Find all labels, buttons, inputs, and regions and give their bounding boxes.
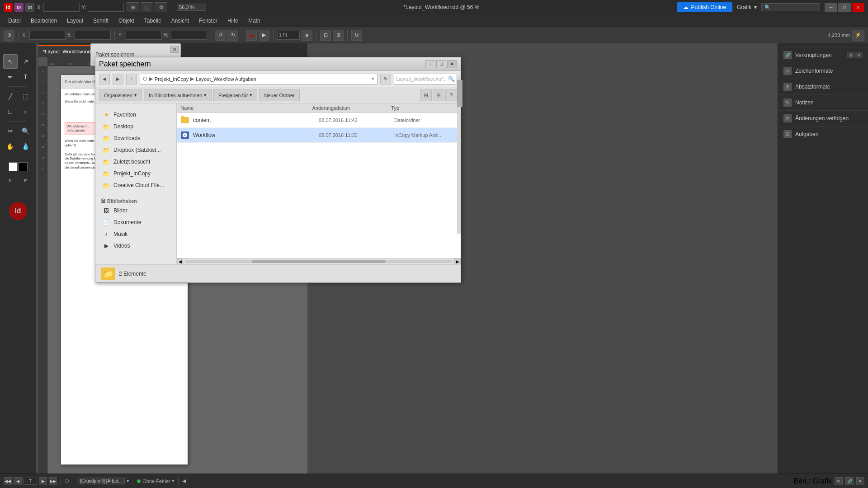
y-toolbar-input[interactable] xyxy=(126,31,162,40)
arrow-btn[interactable]: ▶ xyxy=(259,30,269,41)
hscroll-left-btn[interactable]: ◀ xyxy=(177,258,183,265)
stroke-input[interactable] xyxy=(277,31,300,40)
page-indicator-btn[interactable]: ⬡ xyxy=(65,478,69,484)
fx-btn[interactable]: fx xyxy=(351,30,362,41)
coord-btn[interactable]: ⚡ xyxy=(852,30,864,41)
prev-page-btn[interactable]: ◀ xyxy=(14,477,22,485)
profile-chevron[interactable]: ▾ xyxy=(127,478,129,484)
panel-aufgaben[interactable]: ☑ Aufgaben xyxy=(778,127,868,142)
x-toolbar-input[interactable] xyxy=(29,31,66,40)
redo-btn[interactable]: ↻ xyxy=(227,30,238,41)
arrange-view-btn[interactable]: ⧉ xyxy=(155,2,167,12)
panel-zeichenformate[interactable]: A Zeichenformate xyxy=(778,63,868,79)
file-dialog-minimize-btn[interactable]: ─ xyxy=(425,60,435,68)
menu-objekt[interactable]: Objekt xyxy=(114,16,139,26)
file-dialog-close-btn[interactable]: ✕ xyxy=(447,60,457,68)
status-refresh-btn[interactable]: ↻ xyxy=(835,477,843,485)
addr-up-btn[interactable]: ↑ xyxy=(126,74,137,84)
menu-schrift[interactable]: Schrift xyxy=(89,16,113,26)
fit-btn[interactable]: ⊡ xyxy=(320,30,331,41)
file-hscrollbar[interactable]: ◀ ▶ xyxy=(177,258,461,264)
organize-btn[interactable]: Organisieren ▾ xyxy=(99,89,142,101)
pen-tool[interactable]: ✒ xyxy=(3,70,18,84)
menu-hilfe[interactable]: Hilfe xyxy=(223,16,243,26)
bridge-icon[interactable]: Br xyxy=(14,3,24,12)
color-btn[interactable]: ▬ xyxy=(246,30,257,41)
sidebar-item-recent[interactable]: 📁 Zuletzt besucht xyxy=(95,156,176,168)
search-input[interactable] xyxy=(761,3,820,11)
addr-back-btn[interactable]: ◀ xyxy=(99,74,110,84)
addr-dropdown[interactable]: ▾ xyxy=(372,76,374,82)
direct-select-tool[interactable]: ↗ xyxy=(19,54,33,69)
sidebar-item-musik[interactable]: ♪ Musik xyxy=(95,228,176,240)
sidebar-item-creative-cloud[interactable]: 📁 Creative Cloud File... xyxy=(95,179,176,191)
sidebar-item-projekt[interactable]: 📁 Projekt_InCopy xyxy=(95,168,176,179)
x-input[interactable] xyxy=(43,3,80,12)
stock-icon[interactable]: St xyxy=(25,3,34,12)
flow-btn[interactable]: ◀ xyxy=(182,478,186,484)
sidebar-item-bilder[interactable]: 🖼 Bilder xyxy=(95,205,176,216)
panel-verknuepfungen[interactable]: 🔗 Verknüpfungen ⊕ ✕ xyxy=(778,47,868,63)
y-input[interactable] xyxy=(88,3,124,12)
undo-btn[interactable]: ↺ xyxy=(215,30,226,41)
hscroll-right-btn[interactable]: ▶ xyxy=(454,258,461,265)
menu-math[interactable]: Math xyxy=(244,16,265,26)
maximize-button[interactable]: □ xyxy=(838,3,851,12)
sidebar-item-videos[interactable]: ▶ Videos xyxy=(95,240,176,252)
select-tool[interactable]: ↖ xyxy=(3,54,18,69)
link-icon-1[interactable]: ⊕ xyxy=(847,52,854,58)
menu-ansicht[interactable]: Ansicht xyxy=(167,16,193,26)
menu-fenster[interactable]: Fenster xyxy=(194,16,222,26)
details-view-btn[interactable]: ⊞ xyxy=(433,89,444,101)
crop-btn[interactable]: ⊞ xyxy=(333,30,344,41)
link-icon-2[interactable]: ✕ xyxy=(855,52,863,58)
next-page-btn[interactable]: ▶ xyxy=(39,477,47,485)
preview-mode-btn[interactable]: P xyxy=(19,173,33,188)
addr-forward-btn[interactable]: ▶ xyxy=(113,74,123,84)
bg-dialog-close-btn[interactable]: ✕ xyxy=(170,46,179,53)
normal-mode-btn[interactable]: N xyxy=(3,173,18,188)
menu-layout[interactable]: Layout xyxy=(62,16,88,26)
address-path[interactable]: ⬡ ▶ Projekt_InCopy ▶ Layout_Workflow Auf… xyxy=(140,74,377,84)
sidebar-item-desktop[interactable]: 📁 Desktop xyxy=(95,121,176,132)
fill-swatch[interactable] xyxy=(9,162,18,171)
rect-tool[interactable]: □ xyxy=(3,104,18,119)
last-page-btn[interactable]: ▶▶ xyxy=(49,477,57,485)
file-dialog-maximize-btn[interactable]: □ xyxy=(436,60,446,68)
line-tool[interactable]: ╱ xyxy=(3,89,18,103)
minimize-button[interactable]: ─ xyxy=(825,3,837,12)
sidebar-item-dokumente[interactable]: 📄 Dokumente xyxy=(95,216,176,228)
list-view-btn[interactable]: ⊟ xyxy=(420,89,432,101)
menu-bearbeiten[interactable]: Bearbeiten xyxy=(26,16,61,26)
file-item-content[interactable]: content 08.07.2016 11:42 Dateiordner xyxy=(177,113,461,128)
stroke-btn[interactable]: ≡ xyxy=(302,30,312,41)
menu-tabelle[interactable]: Tabelle xyxy=(140,16,166,26)
first-page-btn[interactable]: ◀◀ xyxy=(4,477,12,485)
panel-aenderungen[interactable]: ↺ Änderungen verfolgen xyxy=(778,111,868,127)
file-item-workflow[interactable]: Ic Workflow 08.07.2016 11:30 InCopy Mark… xyxy=(177,128,461,143)
status-link-btn[interactable]: 🔗 xyxy=(845,477,854,485)
transform-btn[interactable]: ⊕ xyxy=(4,30,14,41)
menu-datei[interactable]: Datei xyxy=(4,16,25,26)
panel-notizen[interactable]: ✎ Notizen xyxy=(778,95,868,111)
frame-tool[interactable]: ⬚ xyxy=(19,89,33,103)
stroke-swatch[interactable] xyxy=(19,162,28,171)
error-chevron[interactable]: ▾ xyxy=(172,478,175,484)
b-toolbar-input[interactable] xyxy=(75,31,111,40)
publish-online-button[interactable]: ☁ Publish Online xyxy=(677,2,732,12)
hand-tool[interactable]: ✋ xyxy=(3,139,18,154)
text-tool[interactable]: T xyxy=(19,70,33,84)
eyedropper-tool[interactable]: 💧 xyxy=(19,139,33,154)
search-icon[interactable]: 🔍 xyxy=(448,76,455,82)
share-btn[interactable]: Freigeben für ▾ xyxy=(213,89,257,101)
status-x-btn[interactable]: ✕ xyxy=(856,477,864,485)
panel-absatzformate[interactable]: ¶ Absatzformate xyxy=(778,79,868,95)
new-folder-btn[interactable]: Neuer Ordner xyxy=(259,89,299,101)
hscroll-track[interactable] xyxy=(185,260,453,263)
sidebar-item-downloads[interactable]: 📁 Downloads xyxy=(95,132,176,144)
profile-label[interactable]: [Grundprofil] [Arbei... xyxy=(77,478,125,484)
grid-view-btn[interactable]: ⊞ xyxy=(127,2,139,12)
library-btn[interactable]: In Bibliothek aufnehmen ▾ xyxy=(144,89,212,101)
hscroll-thumb[interactable] xyxy=(252,260,386,263)
close-button[interactable]: ✕ xyxy=(852,3,864,12)
